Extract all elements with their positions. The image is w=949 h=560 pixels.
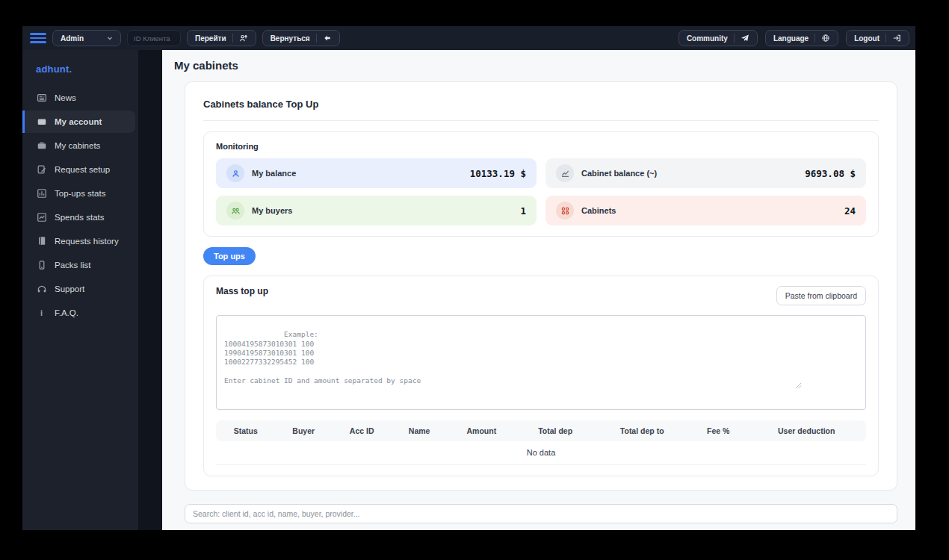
stat-value: 1: [520, 205, 526, 217]
stat-my-balance: My balance 10133.19 $: [216, 158, 537, 188]
mass-topup-title: Mass top up: [216, 286, 268, 296]
language-button[interactable]: Language: [765, 30, 838, 46]
stat-cabinets: Cabinets 24: [545, 196, 866, 225]
paste-from-clipboard-button[interactable]: Paste from clipboard: [776, 286, 866, 305]
grid-icon: [556, 202, 574, 220]
logout-button[interactable]: Logout: [846, 30, 909, 46]
admin-label: Admin: [61, 34, 84, 43]
line-chart-icon: [36, 212, 47, 223]
chevron-down-icon: [107, 35, 113, 41]
sidebar-item-faq[interactable]: i F.A.Q.: [22, 302, 135, 324]
sidebar-item-label: Request setup: [55, 165, 110, 174]
search-input[interactable]: [185, 504, 897, 523]
wallet-icon: [36, 116, 47, 128]
topups-tab[interactable]: Top ups: [203, 247, 256, 265]
stat-cabinet-balance: Cabinet balance (~) 9693.08 $: [545, 158, 866, 188]
sidebar-item-my-cabinets[interactable]: My cabinets: [22, 134, 135, 157]
topbar-right: Community Language Logout: [678, 30, 909, 46]
main-content: My cabinets Cabinets balance Top Up Moni…: [162, 50, 915, 530]
app-window: Admin Перейти Вернуться Communi: [22, 26, 915, 530]
back-button[interactable]: Вернуться: [262, 30, 340, 46]
go-button[interactable]: Перейти: [187, 30, 256, 46]
stat-value: 10133.19 $: [470, 168, 526, 179]
user-icon: [226, 164, 244, 182]
logout-icon: [892, 34, 901, 43]
info-icon: i: [36, 308, 47, 319]
empty-state-row: No data: [216, 441, 866, 465]
clipboard-pen-icon: [36, 164, 47, 175]
no-data-text: No data: [216, 441, 866, 465]
sidebar: adhunt. News My account My cabinets: [22, 50, 138, 530]
sidebar-item-requests-history[interactable]: Requests history: [22, 230, 135, 252]
pack-icon: [36, 260, 47, 271]
stat-my-buyers: My buyers 1: [216, 196, 537, 225]
arrow-left-icon: [323, 34, 332, 43]
support-phone-icon: [36, 284, 47, 295]
sidebar-item-request-setup[interactable]: Request setup: [22, 158, 135, 181]
telegram-icon: [741, 34, 749, 43]
client-id-input[interactable]: [127, 30, 181, 46]
monitoring-title: Monitoring: [216, 142, 866, 151]
mass-topup-textarea[interactable]: Example: 10004195873010301 100 199041958…: [216, 315, 866, 410]
users-icon: [226, 202, 244, 220]
sidebar-item-spends-stats[interactable]: Spends stats: [22, 206, 135, 228]
sidebar-item-label: My account: [55, 117, 102, 126]
mass-topup-panel: Mass top up Paste from clipboard Example…: [203, 276, 879, 476]
sidebar-item-packs-list[interactable]: Packs list: [22, 254, 135, 276]
impersonate-icon: [239, 34, 248, 43]
hamburger-menu-icon[interactable]: [30, 31, 46, 46]
sidebar-backdrop: [138, 50, 162, 530]
sidebar-item-label: Top-ups stats: [55, 189, 105, 198]
stat-value: 9693.08 $: [805, 168, 856, 179]
logo[interactable]: adhunt.: [22, 56, 138, 85]
admin-dropdown[interactable]: Admin: [52, 30, 121, 46]
sidebar-item-label: Packs list: [55, 261, 91, 270]
mass-topup-table: Status Buyer Acc ID Name Amount Total de…: [216, 420, 866, 465]
sidebar-item-label: Support: [55, 284, 84, 293]
monitoring-panel: Monitoring My balance 10133.19 $: [203, 131, 879, 237]
community-button[interactable]: Community: [678, 30, 758, 46]
sidebar-item-my-account[interactable]: My account: [22, 111, 135, 133]
sidebar-item-label: F.A.Q.: [55, 308, 78, 317]
page-title: My cabinets: [174, 59, 897, 72]
chart-icon: [556, 164, 574, 182]
topbar: Admin Перейти Вернуться Communi: [22, 26, 915, 50]
resize-handle-icon[interactable]: [795, 364, 864, 408]
sidebar-item-support[interactable]: Support: [22, 278, 135, 300]
sidebar-item-news[interactable]: News: [22, 87, 135, 109]
bar-chart-icon: [36, 188, 47, 199]
globe-icon: [821, 34, 830, 43]
stat-value: 24: [844, 205, 856, 217]
sidebar-item-topups-stats[interactable]: Top-ups stats: [22, 182, 135, 205]
sidebar-item-label: News: [55, 93, 76, 102]
table-header-row: Status Buyer Acc ID Name Amount Total de…: [216, 420, 866, 441]
news-icon: [36, 93, 47, 104]
briefcase-icon: [36, 140, 47, 152]
sidebar-item-label: Requests history: [55, 237, 119, 246]
card-title: Cabinets balance Top Up: [203, 99, 879, 121]
book-icon: [36, 236, 47, 247]
sidebar-item-label: My cabinets: [55, 141, 100, 150]
sidebar-item-label: Spends stats: [55, 213, 104, 222]
cabinets-balance-card: Cabinets balance Top Up Monitoring My ba…: [185, 81, 897, 491]
textarea-placeholder: Example: 10004195873010301 100 199041958…: [224, 330, 421, 385]
